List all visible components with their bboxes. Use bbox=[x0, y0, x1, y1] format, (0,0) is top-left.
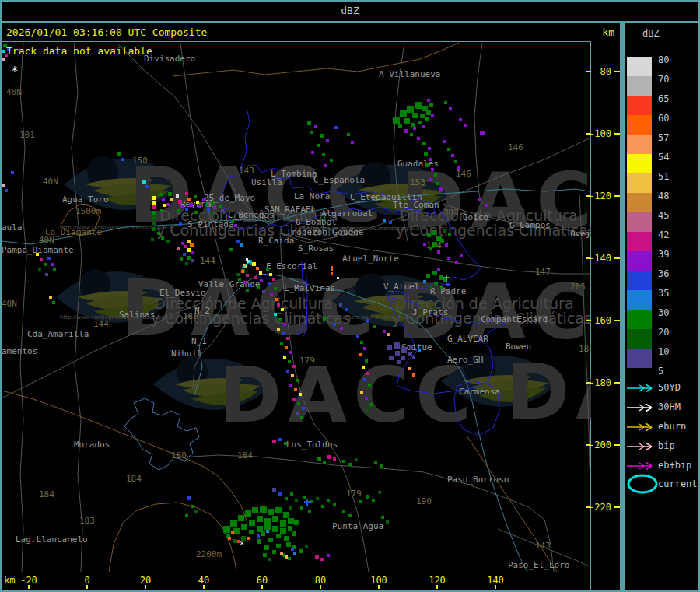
radar-echo-cell bbox=[434, 173, 437, 177]
radar-echo-cell bbox=[425, 163, 429, 167]
radar-echo-cell bbox=[176, 194, 179, 198]
place-label: Bowen bbox=[506, 342, 531, 352]
org-url-watermark: http://www.contingencias.mendoza.gov.ar bbox=[299, 314, 414, 321]
radar-echo-cell bbox=[366, 372, 369, 375]
radar-echo-cell bbox=[236, 240, 240, 243]
radar-echo-cell bbox=[194, 211, 198, 214]
radar-echo-cell bbox=[264, 524, 271, 530]
radar-echo-cell bbox=[418, 349, 421, 352]
right-axis-tick-mark bbox=[586, 506, 591, 508]
radar-echo-cell bbox=[409, 345, 413, 349]
radar-echo-cell bbox=[288, 518, 294, 524]
radar-echo-cell bbox=[257, 539, 261, 544]
road-number-label: 150 bbox=[132, 156, 148, 166]
radar-echo-cell bbox=[363, 347, 366, 350]
track-legend-label: eb+bip bbox=[658, 460, 691, 471]
road-number-label: 146 bbox=[508, 142, 523, 152]
radar-echo-cell bbox=[432, 242, 437, 247]
colorbar-value-label: 20 bbox=[658, 327, 669, 338]
radar-echo-cell bbox=[53, 268, 56, 271]
right-axis-tick-mark bbox=[586, 133, 591, 135]
radar-echo-cell bbox=[340, 327, 343, 330]
radar-echo-cell bbox=[170, 198, 173, 201]
radar-echo-cell bbox=[292, 365, 296, 368]
terrain-label: 2200m bbox=[196, 549, 222, 559]
colorbar-title: dBZ bbox=[642, 28, 660, 39]
place-label: Oveje bbox=[570, 229, 591, 239]
radar-echo-cell bbox=[389, 221, 392, 224]
radar-echo-cell bbox=[427, 99, 430, 102]
place-label: Tte_Coman bbox=[393, 200, 439, 210]
radar-echo-cell bbox=[180, 257, 183, 261]
radar-echo-cell bbox=[245, 510, 251, 517]
colorbar-value-label: 5 bbox=[658, 366, 663, 377]
org-name-watermark: y Contingencias Climáticas bbox=[396, 222, 591, 239]
radar-echo-cell bbox=[404, 129, 408, 133]
radar-echo-cell bbox=[268, 282, 271, 285]
radar-echo-cell bbox=[117, 152, 121, 156]
radar-echo-cell bbox=[252, 507, 258, 513]
radar-echo-cell bbox=[177, 247, 180, 250]
radar-echo-cell bbox=[437, 268, 440, 271]
radar-echo-cell bbox=[278, 438, 282, 441]
terrain-label: 1500m bbox=[75, 206, 101, 216]
radar-echo-cell bbox=[280, 552, 283, 555]
radar-echo-cell bbox=[478, 198, 481, 201]
bottom-axis-tick-label: 40 bbox=[188, 575, 219, 586]
radar-echo-cell bbox=[166, 203, 170, 206]
radar-echo-cell bbox=[285, 555, 288, 559]
radar-echo-cell bbox=[408, 352, 412, 356]
radar-echo-cell bbox=[286, 370, 289, 373]
radar-echo-cell bbox=[233, 528, 240, 534]
plus-marker bbox=[446, 275, 447, 282]
road-number-label: 101 bbox=[19, 130, 35, 140]
radar-echo-cell bbox=[288, 360, 291, 363]
radar-echo-cell bbox=[187, 496, 191, 500]
radar-echo-cell bbox=[317, 144, 320, 147]
colorbar-value-label: 45 bbox=[658, 210, 669, 221]
radar-echo-cell bbox=[440, 239, 444, 243]
radar-echo-cell bbox=[275, 298, 278, 301]
place-label: Morados bbox=[74, 440, 110, 450]
radar-echo-cell bbox=[187, 240, 191, 243]
right-axis-tick-label: -100 bbox=[579, 128, 611, 139]
radar-echo-cell bbox=[432, 271, 437, 275]
radar-echo-cell bbox=[187, 248, 191, 252]
radar-echo-cell bbox=[254, 276, 257, 279]
radar-echo-cell bbox=[157, 232, 160, 235]
right-axis-tick-mark bbox=[614, 506, 620, 508]
place-label: Usilla bbox=[251, 177, 282, 187]
radar-echo-cell bbox=[432, 230, 436, 235]
radar-echo-cell bbox=[11, 171, 14, 174]
radar-echo-cell bbox=[365, 359, 368, 363]
radar-echo-cell bbox=[327, 455, 331, 459]
bottom-axis-tick-label: 120 bbox=[422, 575, 453, 586]
radar-echo-cell bbox=[300, 416, 303, 419]
radar-echo-cell bbox=[339, 303, 342, 307]
radar-echo-cell bbox=[423, 243, 426, 246]
radar-echo-cell bbox=[278, 492, 282, 496]
radar-echo-cell bbox=[323, 317, 326, 321]
50YD-arrow-icon bbox=[625, 383, 658, 394]
radar-echo-cell bbox=[387, 345, 392, 350]
right-axis-tick-mark bbox=[586, 257, 591, 259]
track-legend-label: eburn bbox=[658, 421, 686, 432]
radar-echo-cell bbox=[415, 102, 422, 109]
radar-echo-cell bbox=[183, 253, 186, 256]
road-number-label: 144 bbox=[93, 319, 109, 329]
place-label: G_ALVEAR bbox=[447, 334, 488, 344]
radar-echo-cell bbox=[205, 203, 208, 206]
radar-echo-cell bbox=[238, 278, 241, 281]
radar-echo-cell bbox=[229, 248, 233, 251]
radar-app-window: dBZ 2026/01/01 03:16:00 UTC Composite km… bbox=[0, 0, 700, 592]
track-warning-text: Track data not available bbox=[6, 45, 152, 57]
radar-echo-cell bbox=[307, 121, 311, 125]
right-axis-tick-mark bbox=[614, 257, 620, 259]
radar-echo-cell bbox=[152, 205, 156, 209]
radar-echo-cell bbox=[288, 526, 292, 531]
radar-echo-cell bbox=[323, 461, 326, 464]
radar-echo-cell bbox=[374, 461, 377, 464]
radar-echo-cell bbox=[286, 542, 291, 547]
bottom-axis-tick-mark bbox=[203, 585, 205, 589]
dacc-brand-watermark: DACC bbox=[219, 351, 478, 440]
